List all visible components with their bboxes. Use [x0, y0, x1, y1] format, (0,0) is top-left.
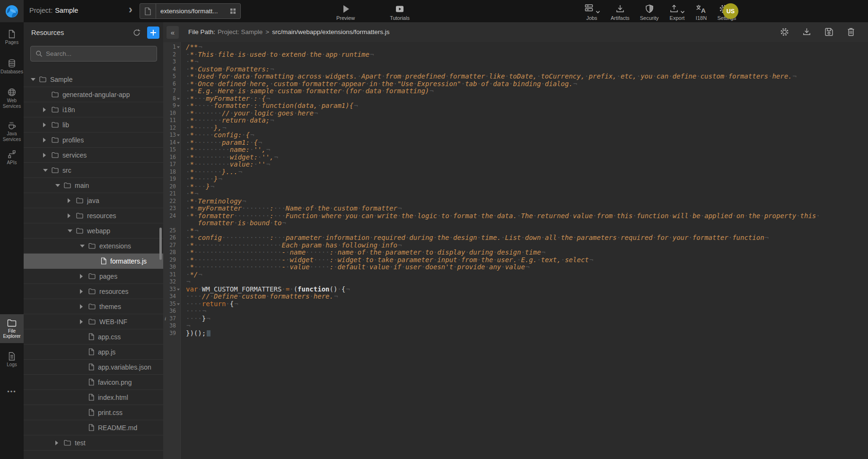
- tree-row-resources[interactable]: resources: [24, 284, 163, 299]
- gutter-cell[interactable]: 26: [163, 234, 181, 242]
- tree-row-web-inf[interactable]: WEB-INF: [24, 314, 163, 329]
- sidebar-item-file-explorer[interactable]: FileExplorer: [0, 314, 24, 343]
- chevron-right-icon[interactable]: [43, 153, 50, 158]
- gutter-cell[interactable]: 12: [163, 124, 181, 132]
- code-text[interactable]: ·*·····config:·{¬: [181, 132, 868, 139]
- gutter-cell[interactable]: 18: [163, 168, 181, 176]
- app-logo[interactable]: [0, 0, 24, 22]
- code-text[interactable]: ·*·········value:·''¬: [181, 161, 868, 168]
- gutter-cell[interactable]: 27: [163, 242, 181, 249]
- add-resource-button[interactable]: [147, 26, 159, 39]
- code-text[interactable]: ·*·····}¬: [181, 176, 868, 183]
- code-text[interactable]: ·*·Terminology¬: [181, 198, 868, 205]
- gutter-cell[interactable]: 38: [163, 322, 181, 330]
- delete-file-button[interactable]: [846, 27, 856, 37]
- chevron-right-icon[interactable]: [43, 123, 50, 127]
- tree-row-profiles[interactable]: profiles: [24, 132, 163, 148]
- chevron-down-icon[interactable]: [55, 184, 62, 187]
- code-text[interactable]: ·*···myFormatter·:·{¬: [181, 95, 868, 103]
- code-text[interactable]: ····}¬: [181, 315, 868, 323]
- code-text[interactable]: ·*/¬: [181, 271, 868, 279]
- code-text[interactable]: ·*·Custom·Formatters:¬: [181, 66, 868, 73]
- code-text[interactable]: ·*······················-·value·····:·de…: [181, 264, 868, 271]
- gutter-cell[interactable]: 8: [163, 95, 181, 103]
- code-text[interactable]: ·*·Once·defined·here,·custom·formatter·a…: [181, 80, 868, 88]
- tree-row-test[interactable]: test: [24, 435, 163, 450]
- gutter-cell[interactable]: 3: [163, 58, 181, 66]
- code-text[interactable]: ·*·····},¬: [181, 124, 868, 132]
- gutter-cell[interactable]: 35: [163, 300, 181, 308]
- gutter-cell[interactable]: 10: [163, 110, 181, 117]
- preview-button[interactable]: Preview: [331, 2, 360, 21]
- sidebar-item-pages[interactable]: Pages: [0, 27, 24, 47]
- download-file-button[interactable]: [802, 27, 812, 37]
- code-text[interactable]: ·*¬: [181, 227, 868, 235]
- code-text[interactable]: ·*·······param1:·{¬: [181, 139, 868, 147]
- tree-row-main[interactable]: main: [24, 178, 163, 193]
- gutter-cell[interactable]: 13: [163, 132, 181, 139]
- open-file-tab[interactable]: extensions/formatt...: [140, 3, 241, 19]
- code-text[interactable]: ·*·formatter·········:···Function·where·…: [181, 212, 868, 227]
- chevron-down-icon[interactable]: [31, 78, 37, 81]
- fold-arrow-icon[interactable]: [176, 286, 181, 293]
- security-button[interactable]: Security: [635, 2, 664, 21]
- fold-arrow-icon[interactable]: [176, 132, 181, 139]
- tree-row-themes[interactable]: themes: [24, 299, 163, 314]
- code-text[interactable]: ·*¬: [181, 58, 868, 66]
- chevron-right-icon[interactable]: [68, 198, 74, 203]
- sidebar-item-java-services[interactable]: JavaServices: [0, 119, 24, 144]
- i18n-button[interactable]: AI18N: [690, 2, 712, 21]
- gutter-cell[interactable]: 39: [163, 330, 181, 337]
- code-text[interactable]: ·*¬: [181, 190, 868, 198]
- save-file-button[interactable]: [824, 27, 834, 37]
- chevron-down-icon[interactable]: [80, 245, 87, 247]
- gutter-cell[interactable]: 2: [163, 51, 181, 59]
- gutter-cell[interactable]: 14: [163, 139, 181, 147]
- fold-arrow-icon[interactable]: [176, 139, 181, 147]
- code-text[interactable]: ·*·······}...¬: [181, 168, 868, 176]
- tutorials-button[interactable]: Tutorials: [385, 2, 415, 21]
- chevron-right-icon[interactable]: [80, 319, 87, 324]
- tree-scrollbar[interactable]: [159, 228, 162, 260]
- code-text[interactable]: ·*······················-·name······:·na…: [181, 249, 868, 256]
- code-text[interactable]: ¬: [181, 322, 868, 330]
- code-text[interactable]: ·*·Used·for·data·formatting·across·widge…: [181, 73, 868, 80]
- fold-arrow-icon[interactable]: [176, 300, 181, 308]
- chevron-right-icon[interactable]: [80, 304, 87, 309]
- fold-arrow-icon[interactable]: [176, 44, 181, 51]
- tree-row-lib[interactable]: lib: [24, 117, 163, 132]
- code-text[interactable]: ·*···}¬: [181, 183, 868, 191]
- gutter-cell[interactable]: 32: [163, 278, 181, 286]
- fold-arrow-icon[interactable]: [176, 102, 181, 110]
- gutter-cell[interactable]: 21: [163, 190, 181, 198]
- search-input[interactable]: [46, 50, 140, 57]
- code-text[interactable]: ·*······················-·widget····:·wi…: [181, 256, 868, 264]
- gutter-cell[interactable]: 33: [163, 286, 181, 293]
- gutter-cell[interactable]: 30: [163, 264, 181, 271]
- tree-row-app-variables-json[interactable]: app.variables.json: [24, 360, 163, 375]
- code-text[interactable]: ·*······················Each·param·has·f…: [181, 242, 868, 249]
- search-box[interactable]: [30, 46, 157, 62]
- code-text[interactable]: ·*·myFormatter·······:···Name·of·the·cus…: [181, 205, 868, 212]
- tree-row-pages[interactable]: pages: [24, 269, 163, 284]
- gutter-cell[interactable]: 34: [163, 293, 181, 300]
- tree-row-favicon-png[interactable]: favicon.png: [24, 375, 163, 390]
- tree-row-index-html[interactable]: index.html: [24, 390, 163, 405]
- chevron-right-icon[interactable]: [43, 107, 50, 112]
- tree-row-resources[interactable]: resources: [24, 208, 163, 223]
- chevron-down-icon[interactable]: [43, 169, 50, 172]
- sidebar-item-apis[interactable]: APIs: [0, 148, 24, 168]
- code-text[interactable]: ·*·config············:···parameter·infor…: [181, 234, 868, 242]
- tree-row-print-css[interactable]: print.css: [24, 405, 163, 420]
- gutter-cell[interactable]: 25: [163, 227, 181, 235]
- gutter-cell[interactable]: 11: [163, 117, 181, 124]
- sidebar-item-databases[interactable]: Databases: [0, 57, 24, 77]
- code-text[interactable]: })();: [181, 330, 868, 337]
- gutter-cell[interactable]: 20: [163, 183, 181, 191]
- tree-row-extensions[interactable]: extensions: [24, 238, 163, 254]
- chevron-right-icon[interactable]: [68, 213, 74, 218]
- tree-row-services[interactable]: services: [24, 148, 163, 163]
- gutter-cell[interactable]: 16: [163, 154, 181, 161]
- gutter-cell[interactable]: 4: [163, 66, 181, 73]
- breadcrumb-chevron-icon[interactable]: ›: [129, 3, 132, 16]
